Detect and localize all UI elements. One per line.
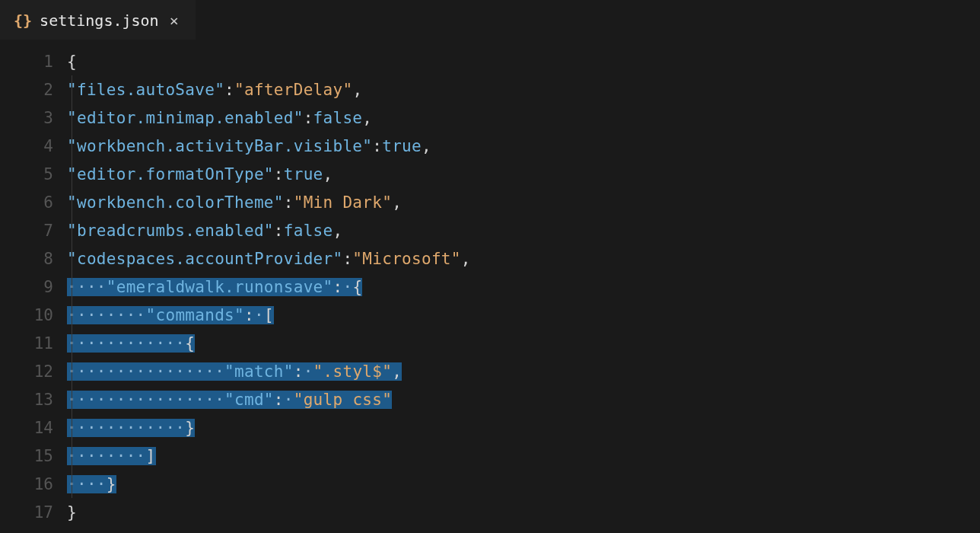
close-icon[interactable]: × — [167, 11, 182, 30]
code-line: 10 ········"commands":·[ — [0, 301, 980, 329]
code-editor[interactable]: 1 { 2 "files.autoSave": "afterDelay", 3 … — [0, 40, 980, 526]
line-number: 17 — [0, 503, 67, 522]
code-line: 5 "editor.formatOnType": true, — [0, 160, 980, 188]
code-line: 12 ················"match":·".styl$", — [0, 357, 980, 385]
code-line: 8 "codespaces.accountProvider": "Microso… — [0, 244, 980, 273]
line-number: 13 — [0, 391, 67, 409]
code-line: 6 "workbench.colorTheme": "Min Dark", — [0, 188, 980, 216]
line-number: 10 — [0, 306, 67, 324]
line-number: 11 — [0, 334, 67, 353]
code-line: 17 } — [0, 498, 980, 526]
code-line: 3 "editor.minimap.enabled": false, — [0, 104, 980, 132]
line-number: 6 — [0, 193, 67, 212]
code-line: 7 "breadcrumbs.enabled": false, — [0, 216, 980, 244]
line-number: 5 — [0, 165, 67, 184]
code-line: 15 ········] — [0, 442, 980, 470]
code-line: 4 "workbench.activityBar.visible": true, — [0, 132, 980, 160]
code-line: 1 { — [0, 47, 980, 75]
line-number: 8 — [0, 250, 67, 268]
code-line: 11 ············{ — [0, 329, 980, 357]
line-number: 15 — [0, 447, 67, 465]
code-line: 16 ····} — [0, 470, 980, 498]
line-number: 12 — [0, 362, 67, 381]
code-line: 2 "files.autoSave": "afterDelay", — [0, 75, 980, 104]
line-number: 4 — [0, 137, 67, 155]
line-number: 9 — [0, 278, 67, 296]
code-line: 14 ············} — [0, 413, 980, 442]
code-line: 13 ················"cmd":·"gulp css" — [0, 385, 980, 413]
line-number: 16 — [0, 475, 67, 493]
line-number: 1 — [0, 53, 67, 71]
line-number: 14 — [0, 419, 67, 437]
tab-settings-json[interactable]: {} settings.json × — [0, 0, 196, 40]
line-number: 2 — [0, 81, 67, 99]
code-line: 9 ····"emeraldwalk.runonsave":·{ — [0, 273, 980, 301]
tab-bar: {} settings.json × — [0, 0, 980, 40]
line-number: 3 — [0, 109, 67, 127]
line-number: 7 — [0, 222, 67, 240]
json-icon: {} — [14, 11, 32, 30]
tab-label: settings.json — [40, 11, 159, 30]
